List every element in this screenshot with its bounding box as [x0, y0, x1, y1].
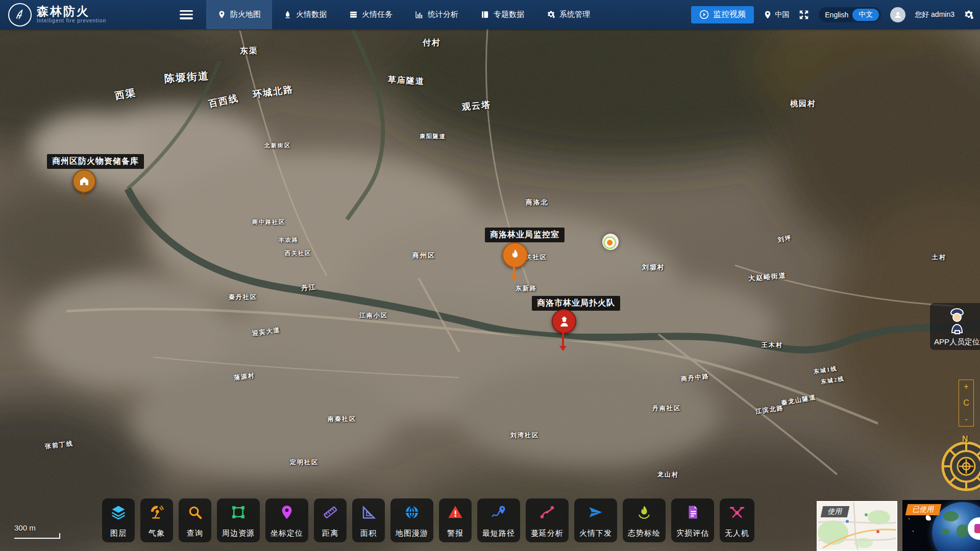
nav-tab-icon — [415, 10, 424, 19]
map-place-label: 江南小区 — [359, 311, 388, 320]
map-place-label: 东新路 — [516, 284, 537, 293]
map-place-label: 康阳隧道 — [420, 133, 446, 140]
fire-marker-tail — [513, 267, 515, 276]
toolbar-button-气象[interactable]: 气象 — [140, 498, 173, 542]
map-place-label: 商洛北 — [526, 198, 549, 207]
toolbar-button-label: 距离 — [322, 529, 338, 538]
toolbar-button-蔓延分析[interactable]: 蔓延分析 — [526, 498, 569, 542]
map-pin-icon — [763, 10, 772, 19]
map-scale: 300 m — [14, 523, 60, 539]
menu-hamburger-icon[interactable] — [180, 10, 193, 19]
nav-tab-系统管理[interactable]: 系统管理 — [535, 0, 601, 29]
region-label: 中国 — [775, 10, 789, 19]
brigade-marker-arrowhead — [559, 346, 567, 351]
map-place-label: 刘塬村 — [642, 263, 665, 272]
compass-rose[interactable]: N — [938, 437, 980, 495]
zoom-reset-button[interactable]: C — [963, 399, 969, 407]
map-place-label: 龙山村 — [657, 470, 679, 479]
toolbar-button-地图漫游[interactable]: 地图漫游 — [390, 498, 433, 542]
app-brand: 森林防火 Intelligent fire prevention — [0, 3, 180, 27]
toolbar-button-icon — [729, 505, 745, 520]
minimap-basemap-option[interactable]: 使用 — [817, 501, 897, 551]
toolbar-button-label: 查询 — [187, 529, 203, 538]
earth-view-option[interactable]: 已使用 — [902, 500, 980, 551]
fire-marker-arrowhead — [510, 276, 518, 281]
toolbar-button-灾损评估[interactable]: 灾损评估 — [671, 498, 714, 542]
language-toggle[interactable]: English 中文 — [819, 7, 881, 22]
settings-gear-icon[interactable] — [964, 10, 974, 20]
toolbar-button-查询[interactable]: 查询 — [179, 498, 211, 542]
toolbar-button-火情下发[interactable]: 火情下发 — [574, 498, 617, 542]
toolbar-button-icon — [231, 505, 246, 520]
nav-tab-icon — [283, 10, 292, 19]
language-english[interactable]: English — [825, 11, 848, 19]
toolbar-button-icon — [540, 505, 555, 520]
app-personnel-locate-label: APP人员定位 — [934, 337, 980, 347]
camera-cluster-marker[interactable] — [602, 234, 619, 250]
toolbar-button-距离[interactable]: 距离 — [314, 498, 347, 542]
toolbar-button-icon — [491, 505, 506, 520]
toolbar-button-周边资源[interactable]: 周边资源 — [217, 498, 260, 542]
zoom-out-button[interactable]: - — [965, 415, 967, 423]
region-selector[interactable]: 中国 — [763, 10, 789, 19]
user-avatar[interactable] — [890, 7, 905, 22]
map-place-label: 土村 — [932, 253, 946, 262]
toolbar-button-label: 无人机 — [725, 529, 749, 538]
moon-icon — [924, 515, 931, 522]
zoom-in-button[interactable]: + — [964, 383, 968, 391]
map-terrain — [0, 0, 980, 551]
compass-north-label: N — [962, 435, 968, 444]
map-place-label: 丹南社区 — [652, 404, 681, 413]
toolbar-button-icon — [323, 505, 338, 520]
police-officer-icon — [946, 306, 968, 335]
toolbar-button-label: 气象 — [149, 529, 165, 538]
nav-tab-icon — [349, 10, 358, 19]
toolbar-button-图层[interactable]: 图层 — [102, 498, 135, 542]
app-logo-icon — [8, 3, 32, 27]
toolbar-button-icon — [685, 505, 700, 520]
nav-tab-火情数据[interactable]: 火情数据 — [272, 0, 338, 29]
nav-tab-label: 统计分析 — [428, 10, 458, 19]
toolbar-button-label: 最短路径 — [482, 529, 515, 538]
app-personnel-locate-button[interactable]: APP人员定位 — [930, 303, 980, 350]
toolbar-button-icon — [448, 505, 463, 520]
toolbar-button-label: 坐标定位 — [271, 529, 303, 538]
toolbar-button-icon — [636, 505, 652, 520]
user-icon — [893, 10, 902, 19]
toolbar-button-警报[interactable]: 警报 — [439, 498, 472, 542]
map-scale-line — [14, 533, 60, 539]
map-place-label: 王木村 — [762, 341, 783, 349]
nav-tab-统计分析[interactable]: 统计分析 — [404, 0, 470, 29]
toolbar-button-面积[interactable]: 面积 — [352, 498, 385, 542]
nav-tab-防火地图[interactable]: 防火地图 — [206, 0, 272, 29]
map-place-label: 定明社区 — [290, 458, 318, 467]
satellite-map[interactable]: 东渠陈塬街道西渠百西线环城北路付村草庙隧道观云塔桃园村商洛北刘坪刘塬村大赵峪街道… — [0, 0, 980, 551]
toolbar-button-最短路径[interactable]: 最短路径 — [477, 498, 520, 542]
toolbar-button-label: 周边资源 — [222, 529, 255, 538]
nav-tab-label: 防火地图 — [230, 10, 261, 19]
marker-monitor-label: 商洛林业局监控室 — [485, 228, 565, 242]
toolbar-button-坐标定位[interactable]: 坐标定位 — [265, 498, 308, 542]
toolbar-button-icon — [111, 505, 126, 520]
toolbar-button-态势标绘[interactable]: 态势标绘 — [623, 498, 666, 542]
fire-icon — [502, 242, 528, 268]
toolbar-button-icon — [404, 505, 420, 520]
language-chinese[interactable]: 中文 — [852, 9, 879, 21]
fullscreen-icon[interactable] — [798, 9, 810, 20]
nav-tab-icon — [547, 10, 555, 19]
toolbar-button-icon — [361, 505, 376, 520]
monitor-video-button[interactable]: 监控视频 — [691, 6, 754, 23]
warehouse-marker-tail — [82, 192, 84, 200]
user-greeting: 您好 admin3 — [915, 10, 954, 19]
map-place-label: 付村 — [423, 38, 441, 48]
nav-tabs: 防火地图 火情数据 火情任务 统计分析 专题数据 系统管理 — [206, 0, 601, 29]
earth-badge: 已使用 — [905, 504, 942, 515]
toolbar-button-无人机[interactable]: 无人机 — [720, 498, 754, 542]
map-place-label: 丰农路 — [279, 236, 299, 244]
nav-tab-专题数据[interactable]: 专题数据 — [470, 0, 535, 29]
nav-tab-火情任务[interactable]: 火情任务 — [338, 0, 404, 29]
toolbar-button-icon — [149, 505, 164, 520]
nav-tab-label: 专题数据 — [494, 10, 524, 19]
map-place-label: 秦丹社区 — [229, 293, 257, 302]
map-scale-label: 300 m — [14, 523, 36, 532]
